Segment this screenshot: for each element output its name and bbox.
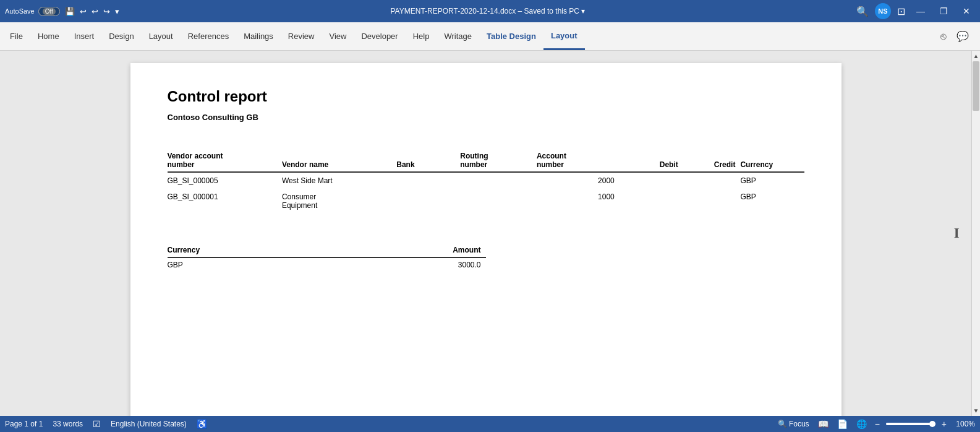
tab-developer[interactable]: Developer <box>354 22 405 50</box>
title-bar-left: AutoSave Off <box>5 7 60 16</box>
main-data-table: Vendor accountnumber Vendor name Bank Ro… <box>168 149 804 214</box>
col-header-account: Accountnumber <box>537 149 620 172</box>
zoom-slider[interactable] <box>886 423 935 425</box>
language[interactable]: English (United States) <box>111 420 187 428</box>
col-header-vendor-name: Vendor name <box>282 149 396 172</box>
tab-writage[interactable]: Writage <box>437 22 479 50</box>
cell-bank-1 <box>396 172 460 189</box>
autosave-toggle[interactable]: Off <box>38 7 60 16</box>
scroll-track[interactable] <box>972 61 980 405</box>
save-button[interactable]: 💾 <box>64 6 76 17</box>
restore-ribbon-button[interactable]: ⊡ <box>896 4 906 19</box>
customize-button[interactable]: ▾ <box>114 6 121 17</box>
restore-button[interactable]: ❐ <box>935 5 953 17</box>
table-row: GB_SI_000001 ConsumerEquipment 1000 GBP <box>168 189 804 214</box>
zoom-slider-thumb <box>929 421 935 427</box>
undo-arrow[interactable]: ↩ <box>90 6 100 17</box>
tab-insert[interactable]: Insert <box>67 22 102 50</box>
table-row: GB_SI_000005 West Side Mart 2000 GBP <box>168 172 804 189</box>
cell-debit-2 <box>620 189 683 214</box>
undo-button[interactable]: ↩ <box>79 6 88 17</box>
document-title-bar: PAYMENT-REPORT-2020-12-14.docx – Saved t… <box>124 7 851 15</box>
avatar[interactable]: NS <box>875 3 891 19</box>
accessibility-icon[interactable]: ♿ <box>197 419 207 429</box>
cell-currency-1: GBP <box>740 172 804 189</box>
tab-layout-active[interactable]: Layout <box>543 22 585 50</box>
scroll-up-button[interactable]: ▲ <box>971 51 980 61</box>
cell-vendor-name-2: ConsumerEquipment <box>282 189 396 214</box>
document-heading: Control report <box>168 88 804 105</box>
col-header-bank: Bank <box>396 149 460 172</box>
ribbon: File Home Insert Design Layout Reference… <box>0 22 980 51</box>
summary-col-amount: Amount <box>326 243 486 257</box>
proofing-icon[interactable]: ☑ <box>93 419 101 429</box>
redo-button[interactable]: ↪ <box>102 6 111 17</box>
status-bar-right: 🔍 Focus 📖 📄 🌐 − + 100% <box>776 419 975 429</box>
status-bar: Page 1 of 1 33 words ☑ English (United S… <box>0 416 980 432</box>
save-status-separator: – <box>518 7 524 15</box>
cell-credit-2 <box>683 189 741 214</box>
zoom-level[interactable]: 100% <box>953 420 975 428</box>
col-header-credit: Credit <box>683 149 741 172</box>
col-header-debit: Debit <box>620 149 683 172</box>
tab-layout[interactable]: Layout <box>142 22 181 50</box>
cell-account-2: 1000 <box>537 189 620 214</box>
zoom-slider-fill <box>886 423 935 425</box>
summary-cell-currency: GBP <box>168 257 327 272</box>
cell-credit-1 <box>683 172 741 189</box>
scroll-thumb[interactable] <box>973 61 979 111</box>
autosave-state: Off <box>43 8 56 15</box>
summary-row: GBP 3000.0 <box>168 257 486 272</box>
autosave-label: AutoSave <box>5 7 35 15</box>
summary-table: Currency Amount GBP 3000.0 <box>168 243 486 272</box>
tab-home[interactable]: Home <box>30 22 67 50</box>
focus-button[interactable]: 🔍 Focus <box>776 420 811 428</box>
title-bar-right: 🔍 NS ⊡ — ❐ ✕ <box>855 3 975 19</box>
print-layout-button[interactable]: 📄 <box>835 419 850 429</box>
summary-cell-amount: 3000.0 <box>326 257 486 272</box>
col-header-vendor-account: Vendor accountnumber <box>168 149 282 172</box>
comments-button[interactable]: 💬 <box>953 28 973 45</box>
tab-view[interactable]: View <box>322 22 354 50</box>
share-button[interactable]: ⎋ <box>937 28 950 45</box>
web-layout-button[interactable]: 🌐 <box>854 419 869 429</box>
ribbon-right-actions: ⎋ 💬 <box>937 28 978 45</box>
word-count: 33 words <box>53 420 83 428</box>
document-page[interactable]: Control report Contoso Consulting GB Ven… <box>130 63 842 416</box>
cell-account-1: 2000 <box>537 172 620 189</box>
save-status: Saved to this PC <box>524 7 579 15</box>
read-mode-button[interactable]: 📖 <box>816 419 830 429</box>
vertical-scrollbar[interactable]: ▲ ▼ <box>971 51 980 416</box>
col-header-routing: Routingnumber <box>460 149 537 172</box>
cell-routing-2 <box>460 189 537 214</box>
save-status-dropdown[interactable]: ▾ <box>581 7 585 15</box>
tab-design[interactable]: Design <box>101 22 141 50</box>
tab-review[interactable]: Review <box>281 22 322 50</box>
tab-help[interactable]: Help <box>406 22 437 50</box>
cell-vendor-name-1: West Side Mart <box>282 172 396 189</box>
zoom-minus[interactable]: − <box>874 419 881 429</box>
search-button[interactable]: 🔍 <box>855 4 870 19</box>
cell-currency-2: GBP <box>740 189 804 214</box>
document-company: Contoso Consulting GB <box>168 113 804 122</box>
cell-routing-1 <box>460 172 537 189</box>
zoom-plus[interactable]: + <box>940 419 948 429</box>
close-button[interactable]: ✕ <box>958 5 975 17</box>
cell-vendor-account-1: GB_SI_000005 <box>168 172 282 189</box>
page-info: Page 1 of 1 <box>5 420 43 428</box>
cell-vendor-account-2: GB_SI_000001 <box>168 189 282 214</box>
tab-references[interactable]: References <box>181 22 236 50</box>
cell-debit-1 <box>620 172 683 189</box>
filename: PAYMENT-REPORT-2020-12-14.docx <box>391 7 516 15</box>
tab-table-design[interactable]: Table Design <box>479 22 543 50</box>
summary-col-currency: Currency <box>168 243 327 257</box>
title-bar: AutoSave Off 💾 ↩ ↩ ↪ ▾ PAYMENT-REPORT-20… <box>0 0 980 22</box>
scroll-down-button[interactable]: ▼ <box>971 405 980 416</box>
page-container: Control report Contoso Consulting GB Ven… <box>0 51 971 416</box>
cell-bank-2 <box>396 189 460 214</box>
document-area: Control report Contoso Consulting GB Ven… <box>0 51 980 416</box>
tab-file[interactable]: File <box>2 22 30 50</box>
minimize-button[interactable]: — <box>911 5 930 17</box>
quick-access-toolbar: 💾 ↩ ↩ ↪ ▾ <box>64 6 121 17</box>
tab-mailings[interactable]: Mailings <box>236 22 281 50</box>
